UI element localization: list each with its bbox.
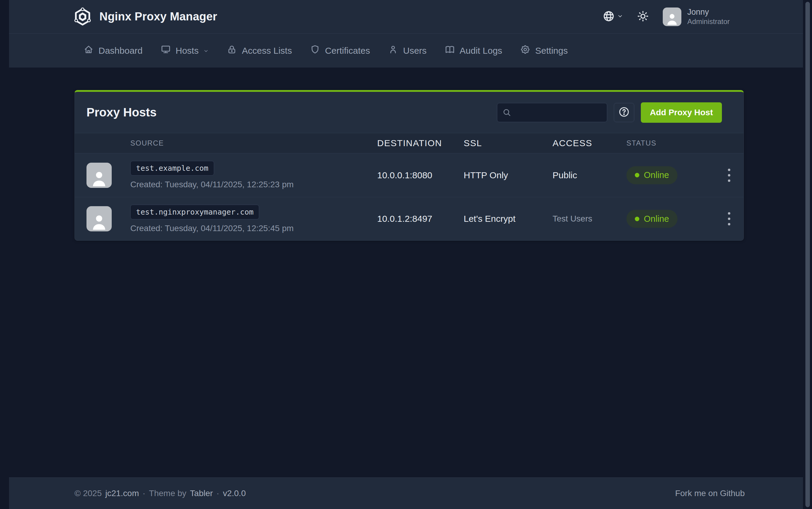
table-row[interactable]: test.nginxproxymanager.com Created: Tues… [75, 197, 744, 240]
globe-icon [603, 10, 615, 24]
access-value: Test Users [553, 214, 626, 224]
book-icon [445, 44, 455, 57]
shield-icon [310, 44, 320, 57]
nav-label: Certificates [325, 46, 370, 56]
chevron-down-icon [203, 46, 209, 56]
app-logo-icon [73, 7, 92, 26]
search-icon [502, 108, 511, 118]
nav-label: Access Lists [242, 46, 292, 56]
help-button[interactable] [614, 103, 634, 122]
nav-label: Dashboard [98, 46, 143, 56]
nav-label: Settings [535, 46, 567, 56]
nav-item-settings[interactable]: Settings [520, 44, 567, 57]
search-input[interactable] [497, 103, 607, 122]
col-header-destination: Destination [377, 138, 464, 148]
user-avatar [663, 7, 681, 26]
scrollbar[interactable] [805, 2, 810, 507]
nav-item-users[interactable]: Users [388, 44, 426, 57]
copyright-text: © 2025 [74, 488, 102, 498]
nav-item-access-lists[interactable]: Access Lists [227, 44, 292, 57]
col-header-access: Access [553, 138, 626, 148]
user-icon [388, 44, 398, 57]
access-value: Public [553, 170, 626, 180]
nav-label: Users [403, 46, 426, 56]
company-link[interactable]: jc21.com [105, 488, 139, 498]
add-proxy-host-button[interactable]: Add Proxy Host [641, 102, 722, 123]
source-host-badge[interactable]: test.nginxproxymanager.com [130, 205, 259, 219]
status-dot-icon [635, 173, 639, 177]
home-icon [84, 44, 94, 57]
fork-github-link[interactable]: Fork me on Github [675, 488, 745, 498]
created-text: Created: Tuesday, 04/11/2025, 12:25:45 p… [130, 224, 377, 233]
gear-icon [520, 44, 530, 57]
destination-value: 10.0.0.1:8080 [377, 170, 464, 180]
proxy-hosts-card: Proxy Hosts [74, 90, 744, 241]
row-actions-kebab-icon[interactable] [725, 210, 733, 228]
sun-icon [637, 10, 649, 24]
status-badge: Online [626, 166, 678, 184]
theme-by-text: Theme by [149, 488, 187, 498]
destination-value: 10.0.1.2:8497 [377, 214, 464, 224]
user-role: Administrator [687, 17, 730, 26]
row-actions-kebab-icon[interactable] [725, 166, 733, 184]
created-text: Created: Tuesday, 04/11/2025, 12:25:23 p… [130, 180, 377, 190]
status-badge: Online [626, 210, 678, 228]
owner-avatar [87, 163, 112, 188]
owner-avatar [87, 206, 112, 231]
language-selector[interactable] [603, 10, 623, 24]
table-row[interactable]: test.example.com Created: Tuesday, 04/11… [75, 154, 744, 197]
nav-label: Audit Logs [460, 46, 502, 56]
main-content: Proxy Hosts [9, 68, 803, 477]
help-circle-icon [618, 106, 630, 118]
nav-label: Hosts [176, 46, 199, 56]
theme-link[interactable]: Tabler [190, 488, 213, 498]
version-text: v2.0.0 [223, 488, 246, 498]
monitor-icon [161, 44, 171, 57]
theme-toggle[interactable] [637, 10, 649, 24]
status-label: Online [644, 170, 669, 180]
status-dot-icon [635, 217, 639, 221]
col-header-source: Source [130, 139, 377, 147]
separator: · [217, 488, 219, 498]
footer: © 2025 jc21.com · Theme by Tabler · v2.0… [9, 477, 803, 509]
nav-item-certificates[interactable]: Certificates [310, 44, 370, 57]
ssl-value: Let's Encrypt [464, 214, 553, 224]
status-label: Online [644, 214, 669, 224]
nav-item-dashboard[interactable]: Dashboard [84, 44, 143, 57]
col-header-status: Status [626, 139, 714, 147]
lock-icon [227, 44, 237, 57]
table-header: Source Destination SSL Access Status [75, 133, 744, 154]
brand[interactable]: Nginx Proxy Manager [73, 7, 217, 26]
source-host-badge[interactable]: test.example.com [130, 161, 214, 176]
page-title: Proxy Hosts [87, 106, 157, 119]
user-menu[interactable]: Jonny Administrator [663, 7, 730, 26]
ssl-value: HTTP Only [464, 170, 553, 180]
separator: · [143, 488, 145, 498]
chevron-down-icon [617, 13, 623, 21]
user-name: Jonny [687, 7, 730, 18]
app-title: Nginx Proxy Manager [99, 10, 217, 23]
app-shell: Nginx Proxy Manager [9, 0, 803, 509]
col-header-ssl: SSL [464, 138, 553, 148]
main-nav: Dashboard Hosts Access Lists [9, 34, 803, 68]
nav-item-audit-logs[interactable]: Audit Logs [445, 44, 502, 57]
nav-item-hosts[interactable]: Hosts [161, 44, 209, 57]
topbar: Nginx Proxy Manager [9, 0, 803, 34]
